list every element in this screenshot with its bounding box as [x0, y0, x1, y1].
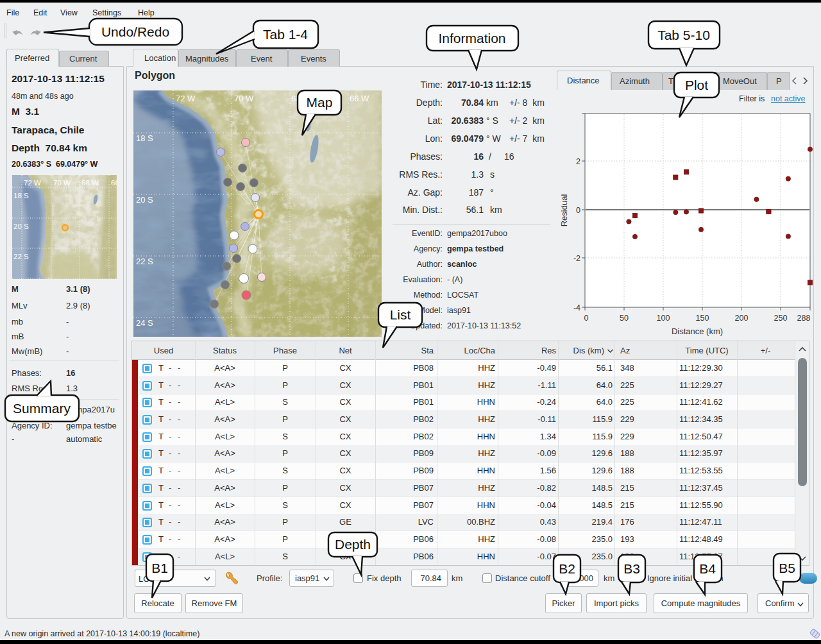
svg-text:200: 200: [735, 314, 749, 323]
svg-text:2: 2: [576, 157, 580, 166]
svg-text:0: 0: [576, 206, 580, 215]
svg-text:70 W: 70 W: [53, 179, 71, 187]
svg-text:288: 288: [797, 314, 811, 323]
svg-text:0: 0: [584, 314, 589, 323]
svg-text:Residual: Residual: [559, 194, 569, 227]
svg-text:50: 50: [620, 314, 629, 323]
svg-text:150: 150: [696, 314, 709, 323]
svg-text:20 S: 20 S: [136, 195, 153, 205]
svg-text:Tab 1-4: Tab 1-4: [263, 27, 308, 42]
svg-text:250: 250: [774, 314, 788, 323]
svg-text:66 W: 66 W: [350, 94, 369, 103]
svg-text:-2: -2: [573, 254, 580, 263]
svg-text:20 S: 20 S: [13, 223, 29, 230]
svg-text:18 S: 18 S: [13, 192, 29, 199]
svg-text:68 W: 68 W: [81, 179, 99, 187]
svg-text:22 S: 22 S: [136, 257, 153, 266]
svg-text:22 S: 22 S: [13, 253, 29, 260]
svg-text:Tab 5-10: Tab 5-10: [657, 28, 710, 42]
svg-text:100: 100: [657, 314, 670, 323]
svg-text:-4: -4: [573, 303, 580, 312]
svg-text:Distance (km): Distance (km): [672, 326, 723, 336]
svg-text:18 S: 18 S: [136, 133, 153, 143]
svg-text:66: 66: [111, 179, 117, 187]
svg-text:70 W: 70 W: [234, 94, 254, 103]
svg-text:72 W: 72 W: [176, 94, 196, 103]
svg-text:Undo/Redo: Undo/Redo: [101, 24, 169, 39]
svg-text:68 W: 68 W: [291, 94, 311, 103]
svg-text:24 S: 24 S: [136, 318, 153, 328]
svg-text:72 W: 72 W: [24, 179, 41, 187]
